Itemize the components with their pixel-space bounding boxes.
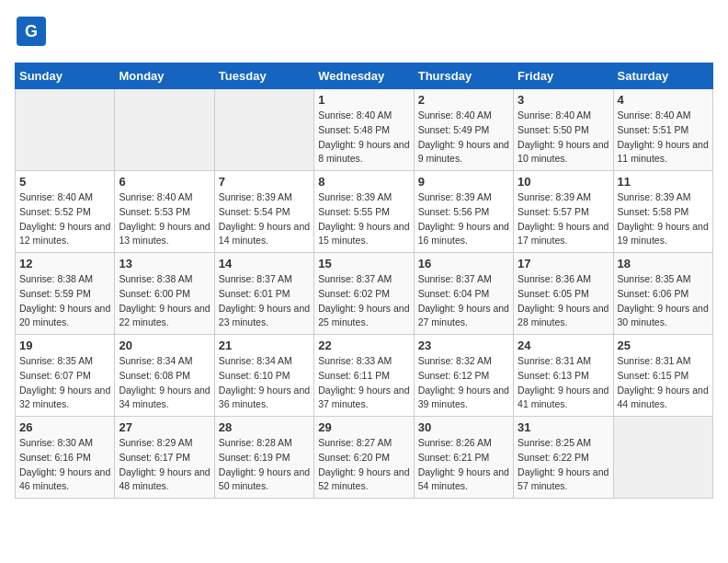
- calendar-cell: [214, 89, 313, 171]
- calendar-cell: 11Sunrise: 8:39 AMSunset: 5:58 PMDayligh…: [613, 171, 712, 253]
- day-info: Sunrise: 8:27 AMSunset: 6:20 PMDaylight:…: [318, 436, 409, 494]
- day-number: 25: [618, 339, 709, 352]
- day-info: Sunrise: 8:34 AMSunset: 6:10 PMDaylight:…: [219, 354, 310, 412]
- calendar-cell: 21Sunrise: 8:34 AMSunset: 6:10 PMDayligh…: [214, 335, 313, 417]
- svg-text:G: G: [25, 22, 38, 40]
- calendar-cell: 26Sunrise: 8:30 AMSunset: 6:16 PMDayligh…: [16, 417, 115, 499]
- day-info: Sunrise: 8:39 AMSunset: 5:56 PMDaylight:…: [418, 190, 509, 248]
- calendar-cell: 25Sunrise: 8:31 AMSunset: 6:15 PMDayligh…: [613, 335, 712, 417]
- day-info: Sunrise: 8:39 AMSunset: 5:58 PMDaylight:…: [618, 190, 709, 248]
- day-info: Sunrise: 8:39 AMSunset: 5:57 PMDaylight:…: [518, 190, 609, 248]
- day-info: Sunrise: 8:38 AMSunset: 5:59 PMDaylight:…: [19, 272, 110, 330]
- day-number: 17: [518, 257, 609, 270]
- week-row-2: 5Sunrise: 8:40 AMSunset: 5:52 PMDaylight…: [16, 171, 713, 253]
- day-info: Sunrise: 8:39 AMSunset: 5:54 PMDaylight:…: [219, 190, 310, 248]
- day-number: 23: [418, 339, 509, 352]
- logo-icon: G: [15, 15, 48, 52]
- day-number: 20: [119, 339, 210, 352]
- calendar-cell: 2Sunrise: 8:40 AMSunset: 5:49 PMDaylight…: [414, 89, 513, 171]
- day-info: Sunrise: 8:28 AMSunset: 6:19 PMDaylight:…: [219, 436, 310, 494]
- day-info: Sunrise: 8:40 AMSunset: 5:48 PMDaylight:…: [318, 109, 409, 167]
- calendar-cell: 14Sunrise: 8:37 AMSunset: 6:01 PMDayligh…: [214, 253, 313, 335]
- day-number: 28: [219, 420, 310, 434]
- day-info: Sunrise: 8:36 AMSunset: 6:05 PMDaylight:…: [518, 272, 609, 330]
- calendar-cell: 20Sunrise: 8:34 AMSunset: 6:08 PMDayligh…: [115, 335, 214, 417]
- day-info: Sunrise: 8:40 AMSunset: 5:50 PMDaylight:…: [518, 109, 609, 167]
- col-header-saturday: Saturday: [613, 63, 712, 89]
- calendar-cell: 30Sunrise: 8:26 AMSunset: 6:21 PMDayligh…: [414, 417, 513, 499]
- day-number: 24: [518, 339, 609, 352]
- calendar-cell: 29Sunrise: 8:27 AMSunset: 6:20 PMDayligh…: [314, 417, 414, 499]
- day-number: 8: [318, 175, 409, 189]
- day-info: Sunrise: 8:26 AMSunset: 6:21 PMDaylight:…: [418, 436, 509, 494]
- day-number: 2: [418, 93, 509, 107]
- day-info: Sunrise: 8:40 AMSunset: 5:49 PMDaylight:…: [418, 109, 509, 167]
- calendar-cell: 17Sunrise: 8:36 AMSunset: 6:05 PMDayligh…: [514, 253, 613, 335]
- day-info: Sunrise: 8:33 AMSunset: 6:11 PMDaylight:…: [318, 354, 409, 412]
- day-number: 18: [618, 257, 709, 270]
- week-row-4: 19Sunrise: 8:35 AMSunset: 6:07 PMDayligh…: [16, 335, 713, 417]
- calendar-cell: 6Sunrise: 8:40 AMSunset: 5:53 PMDaylight…: [115, 171, 214, 253]
- calendar-cell: 10Sunrise: 8:39 AMSunset: 5:57 PMDayligh…: [514, 171, 613, 253]
- calendar-cell: 1Sunrise: 8:40 AMSunset: 5:48 PMDaylight…: [314, 89, 414, 171]
- week-row-1: 1Sunrise: 8:40 AMSunset: 5:48 PMDaylight…: [16, 89, 713, 171]
- day-info: Sunrise: 8:38 AMSunset: 6:00 PMDaylight:…: [119, 272, 210, 330]
- calendar-cell: 13Sunrise: 8:38 AMSunset: 6:00 PMDayligh…: [115, 253, 214, 335]
- day-info: Sunrise: 8:40 AMSunset: 5:52 PMDaylight:…: [19, 190, 110, 248]
- day-number: 31: [518, 420, 609, 434]
- calendar-cell: 8Sunrise: 8:39 AMSunset: 5:55 PMDaylight…: [314, 171, 414, 253]
- calendar-cell: 28Sunrise: 8:28 AMSunset: 6:19 PMDayligh…: [214, 417, 313, 499]
- calendar-cell: [115, 89, 214, 171]
- day-number: 7: [219, 175, 310, 189]
- calendar-table: SundayMondayTuesdayWednesdayThursdayFrid…: [15, 63, 713, 499]
- day-info: Sunrise: 8:40 AMSunset: 5:53 PMDaylight:…: [119, 190, 210, 248]
- logo: G: [15, 15, 51, 52]
- calendar-cell: 27Sunrise: 8:29 AMSunset: 6:17 PMDayligh…: [115, 417, 214, 499]
- calendar-cell: 24Sunrise: 8:31 AMSunset: 6:13 PMDayligh…: [514, 335, 613, 417]
- day-number: 13: [119, 257, 210, 270]
- calendar-cell: 16Sunrise: 8:37 AMSunset: 6:04 PMDayligh…: [414, 253, 513, 335]
- day-info: Sunrise: 8:39 AMSunset: 5:55 PMDaylight:…: [318, 190, 409, 248]
- day-number: 22: [318, 339, 409, 352]
- day-info: Sunrise: 8:29 AMSunset: 6:17 PMDaylight:…: [119, 436, 210, 494]
- day-info: Sunrise: 8:37 AMSunset: 6:04 PMDaylight:…: [418, 272, 509, 330]
- calendar-cell: [613, 417, 712, 499]
- day-info: Sunrise: 8:35 AMSunset: 6:06 PMDaylight:…: [618, 272, 709, 330]
- calendar-cell: 3Sunrise: 8:40 AMSunset: 5:50 PMDaylight…: [514, 89, 613, 171]
- calendar-cell: 19Sunrise: 8:35 AMSunset: 6:07 PMDayligh…: [16, 335, 115, 417]
- day-info: Sunrise: 8:37 AMSunset: 6:01 PMDaylight:…: [219, 272, 310, 330]
- day-number: 21: [219, 339, 310, 352]
- day-info: Sunrise: 8:30 AMSunset: 6:16 PMDaylight:…: [19, 436, 110, 494]
- calendar-cell: 15Sunrise: 8:37 AMSunset: 6:02 PMDayligh…: [314, 253, 414, 335]
- week-row-3: 12Sunrise: 8:38 AMSunset: 5:59 PMDayligh…: [16, 253, 713, 335]
- calendar-cell: 18Sunrise: 8:35 AMSunset: 6:06 PMDayligh…: [613, 253, 712, 335]
- day-number: 11: [618, 175, 709, 189]
- page-header: G: [15, 15, 713, 52]
- col-header-thursday: Thursday: [414, 63, 513, 89]
- calendar-cell: 9Sunrise: 8:39 AMSunset: 5:56 PMDaylight…: [414, 171, 513, 253]
- calendar-body: 1Sunrise: 8:40 AMSunset: 5:48 PMDaylight…: [16, 89, 713, 499]
- day-number: 26: [19, 420, 110, 434]
- day-number: 6: [119, 175, 210, 189]
- calendar-header-row: SundayMondayTuesdayWednesdayThursdayFrid…: [16, 63, 713, 89]
- day-number: 30: [418, 420, 509, 434]
- calendar-cell: 31Sunrise: 8:25 AMSunset: 6:22 PMDayligh…: [514, 417, 613, 499]
- col-header-wednesday: Wednesday: [314, 63, 414, 89]
- col-header-friday: Friday: [514, 63, 613, 89]
- day-info: Sunrise: 8:34 AMSunset: 6:08 PMDaylight:…: [119, 354, 210, 412]
- calendar-cell: 5Sunrise: 8:40 AMSunset: 5:52 PMDaylight…: [16, 171, 115, 253]
- day-number: 19: [19, 339, 110, 352]
- calendar-cell: 23Sunrise: 8:32 AMSunset: 6:12 PMDayligh…: [414, 335, 513, 417]
- day-number: 16: [418, 257, 509, 270]
- col-header-sunday: Sunday: [16, 63, 115, 89]
- day-number: 29: [318, 420, 409, 434]
- calendar-cell: 7Sunrise: 8:39 AMSunset: 5:54 PMDaylight…: [214, 171, 313, 253]
- day-info: Sunrise: 8:25 AMSunset: 6:22 PMDaylight:…: [518, 436, 609, 494]
- day-number: 9: [418, 175, 509, 189]
- day-number: 14: [219, 257, 310, 270]
- col-header-tuesday: Tuesday: [214, 63, 313, 89]
- day-info: Sunrise: 8:35 AMSunset: 6:07 PMDaylight:…: [19, 354, 110, 412]
- day-number: 4: [618, 93, 709, 107]
- week-row-5: 26Sunrise: 8:30 AMSunset: 6:16 PMDayligh…: [16, 417, 713, 499]
- day-info: Sunrise: 8:31 AMSunset: 6:13 PMDaylight:…: [518, 354, 609, 412]
